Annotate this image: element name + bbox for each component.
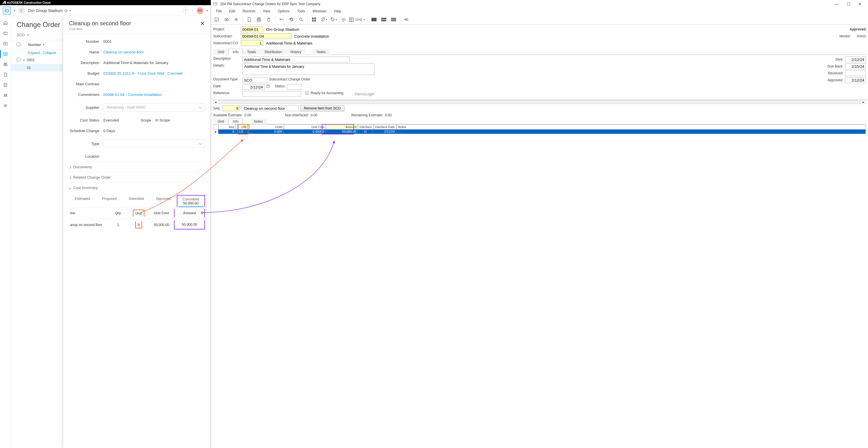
expand-link[interactable]: Expand	[28, 51, 40, 55]
nav-settings-icon[interactable]	[0, 100, 11, 111]
sent-input[interactable]	[845, 57, 866, 62]
cell-interface-checkbox[interactable]: ☑	[358, 129, 373, 134]
subtab-info[interactable]: Info	[228, 118, 243, 124]
nav-members-icon[interactable]	[0, 90, 11, 100]
new-doc-icon[interactable]	[245, 16, 253, 24]
avatar-caret-icon[interactable]: ▾	[206, 9, 208, 12]
delete-icon[interactable]	[265, 16, 273, 24]
nav-cost-icon[interactable]	[0, 38, 11, 49]
tab-notes[interactable]: Notes	[312, 49, 330, 55]
grid-view-icon[interactable]: Grid▾	[349, 16, 365, 24]
documents-section[interactable]: Documents	[69, 162, 205, 172]
seq-input[interactable]	[222, 106, 240, 111]
date-input[interactable]	[243, 84, 265, 90]
nav-files-icon[interactable]	[0, 69, 11, 80]
tab-info[interactable]: Info	[228, 49, 243, 55]
col-interface-date[interactable]: Interface Date	[373, 124, 396, 129]
select-all-checkbox[interactable]	[17, 42, 20, 46]
nav-home-icon[interactable]	[0, 18, 11, 28]
subcontract-input[interactable]	[241, 33, 291, 39]
spellcheck-icon[interactable]: ABC	[339, 16, 347, 24]
commitment-link[interactable]: 00498-01-04 - Concrete Installation	[103, 92, 205, 97]
calendar-icon[interactable]	[266, 84, 270, 88]
status-input[interactable]	[287, 84, 301, 90]
nav-change-order-icon[interactable]	[0, 49, 11, 59]
grid-icon[interactable]	[310, 16, 318, 24]
close-button[interactable]: ✕	[854, 0, 866, 8]
grid-row[interactable]: ▸ 8 LS 0.000 0.00000 50,000.00 ☑ 2/12/24	[213, 129, 866, 134]
col-interface[interactable]: Interface	[358, 124, 373, 129]
amount-gear-icon[interactable]: ⚙	[201, 211, 204, 215]
tab-totals[interactable]: Totals	[243, 49, 260, 55]
row-selector[interactable]: ▸	[213, 129, 218, 134]
help-icon[interactable]: ?	[183, 8, 188, 13]
search-icon[interactable]	[297, 16, 305, 24]
col-seq[interactable]: Seq	[218, 124, 236, 129]
dropdown-caret-icon[interactable]: ▾	[14, 9, 15, 12]
user-avatar[interactable]: AA	[197, 7, 204, 14]
tab-history[interactable]: History	[286, 49, 305, 55]
col-unit-cost[interactable]: Unit Cost	[284, 124, 326, 129]
refresh-icon[interactable]	[287, 16, 296, 24]
subtab-notes[interactable]: Notes	[250, 118, 267, 124]
menu-windows[interactable]: Windows	[309, 9, 330, 14]
nav-dashboard-icon[interactable]	[0, 28, 11, 38]
find-icon[interactable]	[222, 16, 230, 24]
menu-tools[interactable]: Tools	[293, 9, 309, 14]
row-expand-caret[interactable]	[22, 59, 27, 61]
received-input[interactable]	[845, 70, 866, 76]
col-units[interactable]: Units	[249, 124, 284, 129]
cost-summary-section[interactable]: Cost Summary	[69, 182, 205, 193]
cell-unit-cost[interactable]: 0.00000	[284, 129, 326, 134]
menu-view[interactable]: View	[259, 9, 274, 14]
menu-records[interactable]: Records	[239, 9, 259, 14]
project-input[interactable]	[241, 26, 263, 32]
menu-file[interactable]: File	[213, 9, 225, 14]
supplier-select[interactable]: Armstrong - Huel HVAC	[103, 103, 205, 112]
gear-icon[interactable]	[232, 16, 240, 24]
nav-binoculars-icon[interactable]	[0, 59, 11, 69]
panel-3-icon[interactable]	[390, 16, 398, 24]
attach-icon[interactable]: ▾	[320, 16, 328, 24]
tag-icon[interactable]: ▾	[330, 16, 338, 24]
cell-seq[interactable]: 8	[218, 129, 236, 134]
project-name[interactable]: Orn Group Stadium ▾	[28, 8, 180, 13]
remove-item-button[interactable]: Remove Item from SCO	[300, 105, 344, 112]
seq-description[interactable]	[242, 106, 299, 111]
close-button[interactable]: ✕	[200, 20, 205, 27]
subcontract-co-input[interactable]	[241, 40, 263, 46]
type-select[interactable]	[103, 139, 205, 148]
collapse-link[interactable]: Collapse	[43, 51, 56, 55]
panel-2-icon[interactable]	[380, 16, 388, 24]
approved-input[interactable]	[845, 77, 866, 83]
details-textarea[interactable]: Additional Time & Materials for January	[243, 63, 375, 75]
cell-interface-date[interactable]: 2/12/24	[373, 129, 396, 134]
reference-input[interactable]	[243, 91, 301, 97]
undo-icon[interactable]	[278, 16, 286, 24]
edit-icon[interactable]	[213, 16, 221, 24]
nav-forms-icon[interactable]	[0, 80, 11, 90]
menu-help[interactable]: Help	[331, 9, 345, 14]
menu-options[interactable]: Options	[274, 9, 293, 14]
related-co-section[interactable]: Related Change Order	[69, 172, 205, 182]
budget-link[interactable]: 033000-35-1011-6 - Truck Dock Wall - Con…	[103, 71, 205, 76]
cell-notes[interactable]	[396, 129, 866, 134]
cell-units[interactable]: 0.000	[249, 129, 284, 134]
horizontal-scrollbar[interactable]: ◄►	[213, 100, 866, 104]
more-icon[interactable]: ≪	[402, 16, 410, 24]
due-back-input[interactable]	[845, 63, 866, 69]
description-input[interactable]	[243, 57, 350, 62]
minimize-button[interactable]: —	[831, 0, 843, 8]
menu-edit[interactable]: Edit	[226, 9, 239, 14]
name-link[interactable]: Cleanup on second floor	[103, 50, 205, 54]
back-nav[interactable]	[18, 7, 25, 14]
maximize-button[interactable]: ☐	[843, 0, 854, 8]
doctype-input[interactable]	[243, 77, 267, 83]
subtab-grid[interactable]: Grid	[213, 118, 228, 124]
col-notes[interactable]: Notes	[396, 124, 866, 129]
module-switcher[interactable]	[3, 7, 11, 14]
tab-grid[interactable]: Grid	[213, 49, 228, 55]
row-checkbox[interactable]	[17, 58, 20, 61]
save-icon[interactable]	[255, 16, 263, 24]
panel-1-icon[interactable]	[370, 16, 378, 24]
